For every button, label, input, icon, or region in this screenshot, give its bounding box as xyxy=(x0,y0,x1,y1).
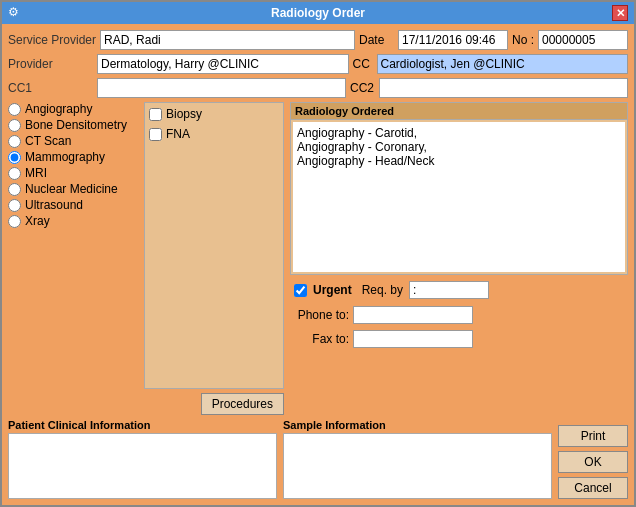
fax-label: Fax to: xyxy=(294,332,349,346)
phone-input[interactable] xyxy=(353,306,473,324)
cc-label: CC xyxy=(353,57,373,71)
middle-panel: Biopsy FNA Procedures xyxy=(144,102,284,415)
service-provider-label: Service Provider xyxy=(8,33,96,47)
main-area: Angiography Bone Densitometry CT Scan Ma… xyxy=(8,102,628,415)
checkbox-fna-input[interactable] xyxy=(149,128,162,141)
radio-xray-input[interactable] xyxy=(8,215,21,228)
radio-xray-label: Xray xyxy=(25,214,50,228)
radiology-ordered-title: Radiology Ordered xyxy=(291,103,627,120)
cc2-input[interactable] xyxy=(379,78,628,98)
radio-mri-input[interactable] xyxy=(8,167,21,180)
list-item: Angiography - Coronary, xyxy=(297,140,621,154)
radio-mri-label: MRI xyxy=(25,166,47,180)
phone-label: Phone to: xyxy=(294,308,349,322)
radio-mammography: Mammography xyxy=(8,150,138,164)
radio-ultrasound-input[interactable] xyxy=(8,199,21,212)
list-item: Angiography - Carotid, xyxy=(297,126,621,140)
radio-ultrasound-label: Ultrasound xyxy=(25,198,83,212)
radiology-ordered-list[interactable]: Angiography - Carotid, Angiography - Cor… xyxy=(293,122,625,272)
patient-clinical-label: Patient Clinical Information xyxy=(8,419,277,431)
action-buttons: Print OK Cancel xyxy=(558,419,628,499)
procedures-button[interactable]: Procedures xyxy=(201,393,284,415)
cc-input[interactable] xyxy=(377,54,629,74)
radio-bone-densitometry-input[interactable] xyxy=(8,119,21,132)
fax-input[interactable] xyxy=(353,330,473,348)
cc1-input[interactable] xyxy=(97,78,346,98)
radio-mammography-input[interactable] xyxy=(8,151,21,164)
ok-button[interactable]: OK xyxy=(558,451,628,473)
checkbox-biopsy-label: Biopsy xyxy=(166,107,202,121)
service-provider-row: Service Provider Date No : xyxy=(8,30,628,50)
cc1-row: CC1 CC2 xyxy=(8,78,628,98)
radio-ct-scan-input[interactable] xyxy=(8,135,21,148)
provider-row: Provider CC xyxy=(8,54,628,74)
phone-row: Phone to: xyxy=(290,305,628,325)
radiology-types-panel: Angiography Bone Densitometry CT Scan Ma… xyxy=(8,102,138,415)
right-panel: Radiology Ordered Angiography - Carotid,… xyxy=(290,102,628,415)
title-bar: ⚙ Radiology Order ✕ xyxy=(2,2,634,24)
req-by-input[interactable] xyxy=(409,281,489,299)
sample-section: Sample Information xyxy=(283,419,552,499)
urgent-checkbox[interactable] xyxy=(294,284,307,297)
sample-label: Sample Information xyxy=(283,419,552,431)
checkbox-biopsy: Biopsy xyxy=(149,107,279,121)
radio-ct-scan: CT Scan xyxy=(8,134,138,148)
urgent-label: Urgent xyxy=(313,283,352,297)
window-icon: ⚙ xyxy=(8,5,24,21)
radio-mammography-label: Mammography xyxy=(25,150,105,164)
provider-input[interactable] xyxy=(97,54,349,74)
radiology-order-window: ⚙ Radiology Order ✕ Service Provider Dat… xyxy=(0,0,636,507)
checkbox-list: Biopsy FNA xyxy=(144,102,284,389)
radio-bone-densitometry-label: Bone Densitometry xyxy=(25,118,127,132)
date-label: Date xyxy=(359,33,394,47)
cancel-button[interactable]: Cancel xyxy=(558,477,628,499)
radio-angiography-input[interactable] xyxy=(8,103,21,116)
radio-bone-densitometry: Bone Densitometry xyxy=(8,118,138,132)
main-content: Service Provider Date No : Provider CC C… xyxy=(2,24,634,505)
close-button[interactable]: ✕ xyxy=(612,5,628,21)
radio-angiography-label: Angiography xyxy=(25,102,92,116)
print-button[interactable]: Print xyxy=(558,425,628,447)
service-provider-input[interactable] xyxy=(100,30,355,50)
sample-textarea[interactable] xyxy=(283,433,552,499)
urgent-row: Urgent Req. by xyxy=(290,279,628,301)
radio-xray: Xray xyxy=(8,214,138,228)
cc2-label: CC2 xyxy=(350,81,375,95)
fax-row: Fax to: xyxy=(290,329,628,349)
radio-nuclear-medicine-input[interactable] xyxy=(8,183,21,196)
window-title: Radiology Order xyxy=(24,6,612,20)
req-by-label: Req. by xyxy=(362,283,403,297)
radio-angiography: Angiography xyxy=(8,102,138,116)
radio-mri: MRI xyxy=(8,166,138,180)
checkbox-fna-label: FNA xyxy=(166,127,190,141)
patient-clinical-section: Patient Clinical Information xyxy=(8,419,277,499)
list-item: Angiography - Head/Neck xyxy=(297,154,621,168)
date-input[interactable] xyxy=(398,30,508,50)
no-label: No : xyxy=(512,33,534,47)
radio-ct-scan-label: CT Scan xyxy=(25,134,71,148)
radio-nuclear-medicine: Nuclear Medicine xyxy=(8,182,138,196)
radiology-ordered-box: Radiology Ordered Angiography - Carotid,… xyxy=(290,102,628,275)
checkbox-fna: FNA xyxy=(149,127,279,141)
radio-nuclear-medicine-label: Nuclear Medicine xyxy=(25,182,118,196)
bottom-area: Patient Clinical Information Sample Info… xyxy=(8,419,628,499)
cc1-label: CC1 xyxy=(8,81,93,95)
provider-label: Provider xyxy=(8,57,93,71)
radio-ultrasound: Ultrasound xyxy=(8,198,138,212)
patient-clinical-textarea[interactable] xyxy=(8,433,277,499)
no-input[interactable] xyxy=(538,30,628,50)
checkbox-biopsy-input[interactable] xyxy=(149,108,162,121)
